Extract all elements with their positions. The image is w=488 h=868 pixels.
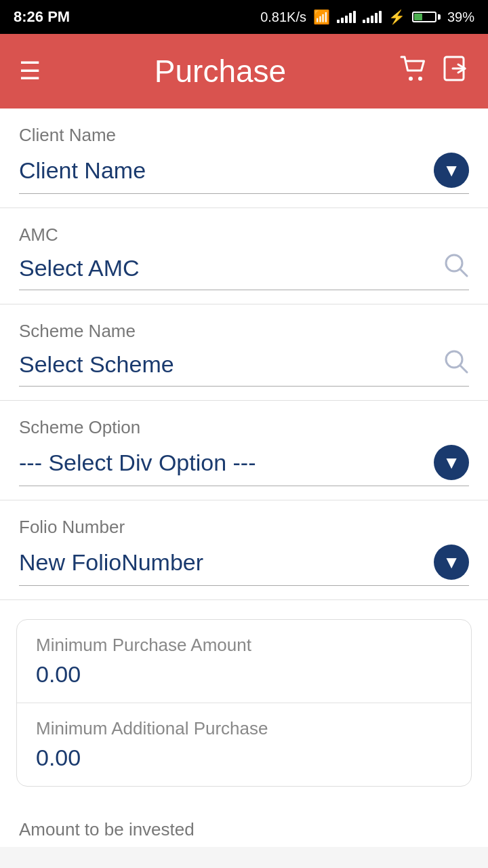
client-name-field: Client Name Client Name ▼ [0,108,488,208]
scheme-option-value: --- Select Div Option --- [19,450,434,476]
lightning-icon: ⚡ [388,9,405,25]
app-bar-actions [400,56,469,87]
scheme-option-label: Scheme Option [19,417,469,438]
client-name-value: Client Name [19,157,434,184]
app-bar: ☰ Purchase [0,34,488,108]
min-purchase-row: Minimum Purchase Amount 0.00 [17,620,471,703]
status-bar: 8:26 PM 0.81K/s 📶 ⚡ 39% [0,0,488,34]
svg-line-5 [460,269,467,276]
folio-number-field: Folio Number New FolioNumber ▼ [0,500,488,600]
folio-number-value: New FolioNumber [19,549,434,576]
cart-icon[interactable] [400,56,427,87]
scheme-name-label: Scheme Name [19,321,469,342]
chevron-down-icon: ▼ [443,452,460,473]
chevron-down-icon: ▼ [443,160,460,181]
min-additional-value: 0.00 [36,745,452,771]
amc-label: AMC [19,224,469,245]
network-speed: 0.81K/s [260,9,306,25]
chevron-down-icon: ▼ [443,552,460,573]
status-time: 8:26 PM [14,8,70,26]
client-name-row[interactable]: Client Name ▼ [19,153,469,194]
scheme-name-row[interactable]: Select Scheme [19,349,469,387]
exit-icon[interactable] [443,56,469,87]
amc-placeholder: Select AMC [19,255,443,281]
svg-point-1 [418,77,422,81]
client-name-dropdown-btn[interactable]: ▼ [434,153,469,188]
scheme-option-dropdown-btn[interactable]: ▼ [434,445,469,480]
wifi-icon: 📶 [313,9,330,25]
menu-icon[interactable]: ☰ [19,57,41,85]
battery-icon [412,12,441,22]
scheme-search-icon[interactable] [443,349,469,380]
app-title: Purchase [41,53,400,90]
folio-number-row[interactable]: New FolioNumber ▼ [19,545,469,586]
amc-field: AMC Select AMC [0,208,488,304]
signal-icon-1 [337,11,356,23]
svg-point-0 [409,77,413,81]
battery-percent: 39% [447,9,474,25]
client-name-label: Client Name [19,125,469,146]
folio-number-dropdown-btn[interactable]: ▼ [434,545,469,580]
signal-icon-2 [363,11,382,23]
amc-row[interactable]: Select AMC [19,252,469,290]
scheme-option-row[interactable]: --- Select Div Option --- ▼ [19,445,469,486]
scheme-name-placeholder: Select Scheme [19,351,443,378]
scheme-option-field: Scheme Option --- Select Div Option --- … [0,401,488,500]
form-content: Client Name Client Name ▼ AMC Select AMC… [0,108,488,847]
amount-invested-label: Amount to be invested [0,806,488,847]
min-purchase-label: Minimum Purchase Amount [36,635,452,656]
amc-search-icon[interactable] [443,252,469,284]
folio-number-label: Folio Number [19,517,469,538]
info-card: Minimum Purchase Amount 0.00 Minimum Add… [16,619,472,787]
scheme-name-field: Scheme Name Select Scheme [0,304,488,401]
svg-line-7 [460,366,467,372]
status-right: 0.81K/s 📶 ⚡ 39% [260,9,474,25]
min-purchase-value: 0.00 [36,661,452,688]
min-additional-row: Minimum Additional Purchase 0.00 [17,703,471,786]
min-additional-label: Minimum Additional Purchase [36,718,452,739]
